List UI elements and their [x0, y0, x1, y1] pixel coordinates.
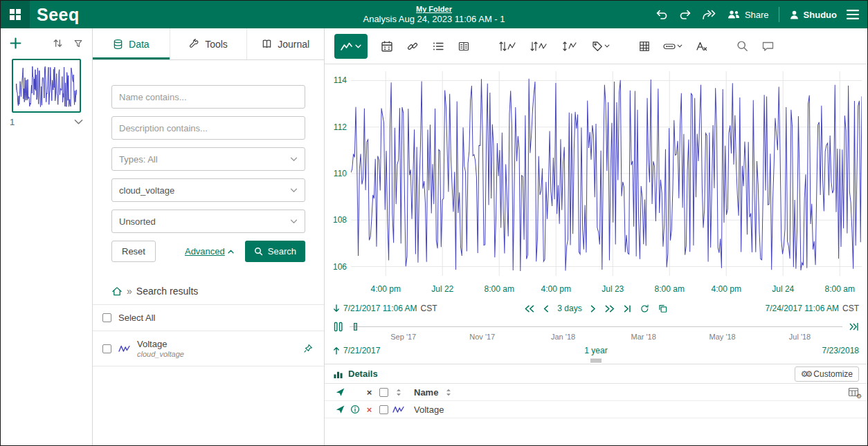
- description-contains-input[interactable]: [111, 116, 305, 140]
- display-range-end[interactable]: 7/24/2017 11:06 AM: [765, 304, 839, 313]
- annotate-icon[interactable]: [691, 36, 712, 57]
- y-axis-tick: 108: [325, 215, 347, 225]
- x-axis-tick: Jul 22: [431, 284, 453, 294]
- panel-splitter[interactable]: [325, 357, 867, 364]
- y-axis-tick: 112: [325, 122, 347, 132]
- chart-toolbar: [325, 28, 867, 64]
- labels-tag-icon[interactable]: [588, 36, 614, 57]
- range-start-arrow-icon[interactable]: [333, 304, 340, 313]
- timeline-track[interactable]: [350, 322, 842, 331]
- tab-data[interactable]: Data: [93, 28, 170, 59]
- sort-worksheets-icon[interactable]: [53, 38, 63, 48]
- apps-menu-button[interactable]: [1, 1, 30, 28]
- worksheet-menu-chevron-icon[interactable]: [74, 119, 83, 125]
- result-item-row[interactable]: Voltage cloud_voltage: [93, 331, 324, 366]
- reset-button[interactable]: Reset: [111, 241, 156, 262]
- trend-chart[interactable]: 114 112 110 108 106 4:00 pm Jul 22 8:00 …: [325, 64, 867, 299]
- analysis-title: Analysis Aug 24, 2023 11:06 AM - 1: [363, 14, 505, 24]
- capsule-time-icon[interactable]: [660, 36, 686, 57]
- item-checkbox[interactable]: [102, 344, 111, 353]
- name-contains-input[interactable]: [111, 85, 305, 109]
- timeline-tick: Sep '17: [390, 333, 416, 341]
- share-button[interactable]: Share: [727, 9, 769, 20]
- x-axis-tick: 4:00 pm: [712, 284, 741, 294]
- link-icon[interactable]: [402, 36, 423, 57]
- copy-range-icon[interactable]: [658, 304, 668, 313]
- filter-worksheets-icon[interactable]: [73, 39, 83, 48]
- comment-icon[interactable]: [757, 36, 778, 57]
- one-lane-axis-icon[interactable]: [494, 36, 521, 57]
- step-to-end-icon[interactable]: [624, 305, 632, 313]
- step-back-double-icon[interactable]: [524, 305, 534, 313]
- tab-tools[interactable]: Tools: [170, 28, 248, 59]
- investigate-range-duration[interactable]: 1 year: [584, 346, 607, 355]
- redo-icon[interactable]: [678, 9, 692, 20]
- details-select-all-checkbox[interactable]: [379, 388, 388, 397]
- undo-icon[interactable]: [655, 9, 669, 20]
- y-axis-tick: 114: [325, 75, 347, 85]
- pin-icon[interactable]: [303, 344, 313, 353]
- advanced-link[interactable]: Advanced: [185, 246, 234, 257]
- details-item-row[interactable]: × Voltage: [325, 401, 867, 418]
- search-button[interactable]: Search: [245, 241, 305, 262]
- step-back-icon[interactable]: [543, 305, 549, 313]
- sort-arrows-icon[interactable]: [391, 388, 406, 397]
- investigate-range-start[interactable]: 7/21/2017: [343, 346, 380, 355]
- trend-chart-icon: [341, 41, 352, 51]
- info-icon[interactable]: [347, 405, 362, 414]
- sort-select[interactable]: Unsorted: [111, 210, 305, 233]
- details-name-header[interactable]: Name: [414, 387, 438, 398]
- select-all-checkbox[interactable]: [102, 313, 111, 322]
- data-panel: Data Tools Journal: [93, 28, 325, 445]
- header-actions: Share Shuduo: [655, 7, 867, 22]
- chart-type-button[interactable]: [334, 34, 368, 59]
- x-axis-tick: 4:00 pm: [371, 284, 401, 294]
- customize-button[interactable]: ⚙⚙ Customize: [795, 366, 859, 382]
- header-center: My Folder Analysis Aug 24, 2023 11:06 AM…: [363, 1, 505, 28]
- remove-all-icon[interactable]: ×: [362, 387, 377, 398]
- worksheet-thumbnail[interactable]: [12, 59, 81, 113]
- step-forward-icon[interactable]: [590, 305, 597, 313]
- one-axis-per-lane-icon[interactable]: [525, 36, 552, 57]
- investigate-range-end[interactable]: 7/23/2018: [822, 346, 859, 355]
- sort-arrows-icon[interactable]: [441, 388, 455, 397]
- calendar-icon[interactable]: [377, 36, 397, 57]
- columns-icon[interactable]: [453, 36, 474, 57]
- breadcrumb-my-folder[interactable]: My Folder: [416, 5, 452, 13]
- gridlines-icon[interactable]: [634, 36, 655, 57]
- types-select[interactable]: Types: All: [111, 147, 305, 171]
- zoom-icon[interactable]: [732, 36, 752, 57]
- x-axis-tick: 4:00 pm: [541, 284, 571, 294]
- send-all-icon[interactable]: [333, 387, 347, 397]
- caret-up-icon: [228, 250, 234, 254]
- user-menu[interactable]: Shuduo: [789, 10, 837, 20]
- table-settings-icon[interactable]: ⚙: [848, 387, 859, 397]
- seeq-logo[interactable]: Seeq: [37, 5, 80, 25]
- display-range-start[interactable]: 7/21/2017 11:06 AM: [343, 304, 417, 313]
- remove-item-icon[interactable]: ×: [362, 405, 377, 415]
- auto-scale-axis-icon[interactable]: [557, 36, 583, 57]
- worksheet-number: 1: [10, 117, 15, 127]
- home-icon[interactable]: [111, 286, 123, 297]
- investigate-start-arrow-icon[interactable]: [333, 346, 340, 355]
- investigate-timeline: Sep '17 Nov '17 Jan '18 Mar '18 May '18 …: [325, 317, 867, 357]
- fast-forward-icon[interactable]: [702, 9, 717, 20]
- list-icon[interactable]: [428, 36, 449, 57]
- item-name: Voltage: [137, 339, 184, 349]
- step-forward-double-icon[interactable]: [605, 305, 615, 313]
- datasource-select[interactable]: cloud_voltage: [111, 178, 305, 202]
- display-range-duration[interactable]: 3 days: [557, 304, 581, 313]
- send-item-icon[interactable]: [333, 405, 347, 414]
- refresh-icon[interactable]: [640, 304, 650, 313]
- hamburger-menu-icon[interactable]: [847, 10, 859, 19]
- database-icon: [113, 39, 123, 50]
- timeline-right-handle-icon[interactable]: [848, 322, 859, 332]
- chevron-down-icon: [290, 157, 298, 162]
- journal-book-icon: [262, 39, 272, 49]
- timeline-left-handle-icon[interactable]: [333, 322, 344, 332]
- tab-journal[interactable]: Journal: [247, 28, 324, 59]
- timeline-selected-range[interactable]: [354, 323, 357, 331]
- new-worksheet-button[interactable]: [10, 37, 21, 49]
- details-item-checkbox[interactable]: [379, 405, 388, 414]
- main-area: 114 112 110 108 106 4:00 pm Jul 22 8:00 …: [325, 28, 867, 445]
